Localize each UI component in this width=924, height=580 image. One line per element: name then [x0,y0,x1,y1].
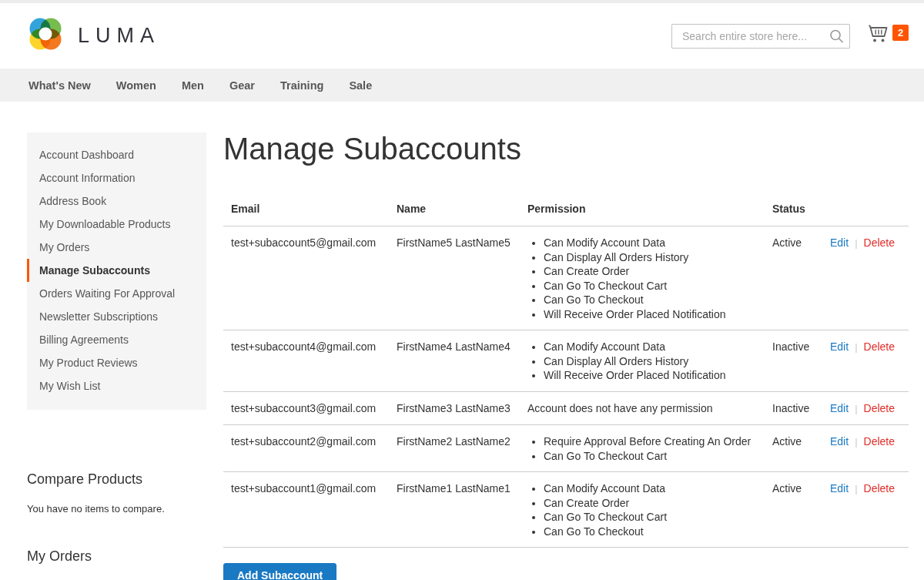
name-cell: FirstName4 LastName4 [389,330,520,392]
main-nav: What's NewWomenMenGearTrainingSale [0,69,924,102]
permission-item: Can Create Order [544,496,757,511]
permission-cell: Account does not have any permission [520,391,765,425]
status-cell: Active [765,226,822,330]
email-cell: test+subaccount4@gmail.com [223,330,389,392]
sidebar-item-newsletter-subscriptions[interactable]: Newsletter Subscriptions [27,305,206,328]
luma-logo-icon [25,14,65,57]
permission-item: Can Display All Orders History [544,250,757,265]
permission-item: Will Receive Order Placed Notification [544,368,757,383]
permission-list: Can Modify Account DataCan Create OrderC… [527,481,757,538]
nav-item-men[interactable]: Men [182,79,204,92]
actions-cell: Edit|Delete [822,425,909,472]
nav-item-sale[interactable]: Sale [349,79,372,92]
sidebar-item-billing-agreements[interactable]: Billing Agreements [27,328,206,351]
table-row: test+subaccount4@gmail.comFirstName4 Las… [223,330,909,392]
table-row: test+subaccount2@gmail.comFirstName2 Las… [223,425,909,472]
sidebar-item-my-downloadable-products[interactable]: My Downloadable Products [27,213,206,236]
edit-link[interactable]: Edit [830,340,849,353]
status-cell: Active [765,472,822,548]
status-cell: Inactive [765,330,822,392]
permission-cell: Require Approval Before Creating An Orde… [520,425,765,472]
permission-list: Can Modify Account DataCan Display All O… [527,236,757,321]
actions-header [822,203,909,226]
email-cell: test+subaccount5@gmail.com [223,226,389,330]
email-cell: test+subaccount1@gmail.com [223,472,389,548]
permission-item: Can Go To Checkout [544,525,757,539]
nav-item-what-s-new[interactable]: What's New [28,79,91,92]
sidebar-item-manage-subaccounts[interactable]: Manage Subaccounts [27,259,206,282]
status-cell: Active [765,425,822,472]
search-icon[interactable] [829,28,844,43]
delete-link[interactable]: Delete [864,236,895,249]
action-separator: | [855,483,857,495]
nav-item-training[interactable]: Training [280,79,323,92]
edit-link[interactable]: Edit [830,435,849,448]
cart-count-badge[interactable]: 2 [892,25,909,41]
table-row: test+subaccount1@gmail.comFirstName1 Las… [223,472,909,548]
name-cell: FirstName5 LastName5 [389,226,520,330]
sidebar-item-my-product-reviews[interactable]: My Product Reviews [27,351,206,374]
sidebar-item-my-wish-list[interactable]: My Wish List [27,374,206,397]
sidebar-item-orders-waiting-for-approval[interactable]: Orders Waiting For Approval [27,282,206,305]
status-header: Status [765,203,822,226]
permission-item: Can Modify Account Data [544,481,757,496]
subaccounts-tbody: test+subaccount5@gmail.comFirstName5 Las… [223,226,909,548]
subaccounts-table: Email Name Permission Status test+subacc… [223,203,909,548]
status-cell: Inactive [765,391,822,425]
cart-icon [869,25,889,43]
permission-item: Can Modify Account Data [544,236,757,250]
search-input[interactable] [671,24,850,49]
delete-link[interactable]: Delete [864,435,895,448]
permission-item: Can Display All Orders History [544,354,757,369]
sidebar: Account DashboardAccount InformationAddr… [27,132,206,565]
edit-link[interactable]: Edit [830,402,849,414]
permission-list: Can Modify Account DataCan Display All O… [527,340,757,383]
page-header: LUMA [0,3,924,69]
edit-link[interactable]: Edit [830,482,849,495]
name-header: Name [389,203,520,226]
permission-item: Can Go To Checkout Cart [544,510,757,525]
compare-products-empty-text: You have no items to compare. [27,503,206,515]
delete-link[interactable]: Delete [864,482,895,495]
actions-cell: Edit|Delete [822,330,909,392]
action-separator: | [855,436,857,448]
luma-logo[interactable]: LUMA [25,14,160,57]
permission-item: Can Go To Checkout Cart [544,449,757,464]
compare-products-title: Compare Products [27,471,206,488]
search-box [671,24,850,49]
permission-cell: Can Modify Account DataCan Create OrderC… [520,472,765,548]
permission-header: Permission [520,203,765,226]
header-right: 2 [671,23,909,49]
page-body: Account DashboardAccount InformationAddr… [0,102,924,580]
page-title: Manage Subaccounts [223,132,909,165]
sidebar-item-address-book[interactable]: Address Book [27,189,206,213]
sidebar-item-my-orders[interactable]: My Orders [27,236,206,259]
action-separator: | [855,237,857,249]
edit-link[interactable]: Edit [830,236,849,249]
brand-name: LUMA [78,24,160,48]
permission-item: Can Go To Checkout Cart [544,279,757,293]
actions-cell: Edit|Delete [822,226,909,330]
permission-cell: Can Modify Account DataCan Display All O… [520,226,765,330]
nav-item-gear[interactable]: Gear [229,79,255,92]
name-cell: FirstName2 LastName2 [389,425,520,472]
my-orders-title: My Orders [27,548,206,565]
delete-link[interactable]: Delete [864,402,895,414]
delete-link[interactable]: Delete [864,340,895,353]
permission-list: Require Approval Before Creating An Orde… [527,434,757,463]
permission-item: Can Go To Checkout [544,293,757,307]
table-row: test+subaccount5@gmail.comFirstName5 Las… [223,226,909,330]
actions-cell: Edit|Delete [822,472,909,548]
sidebar-item-account-information[interactable]: Account Information [27,166,206,189]
add-subaccount-button[interactable]: Add Subaccount [223,563,336,580]
permission-item: Will Receive Order Placed Notification [544,307,757,322]
action-separator: | [855,403,857,414]
main-content: Manage Subaccounts Email Name Permission… [223,132,909,580]
sidebar-item-account-dashboard[interactable]: Account Dashboard [27,143,206,166]
minicart[interactable]: 2 [869,25,909,43]
permission-item: Require Approval Before Creating An Orde… [544,434,757,449]
nav-items: What's NewWomenMenGearTrainingSale [28,79,397,92]
action-separator: | [855,341,857,353]
nav-item-women[interactable]: Women [116,79,156,92]
table-header-row: Email Name Permission Status [223,203,909,226]
